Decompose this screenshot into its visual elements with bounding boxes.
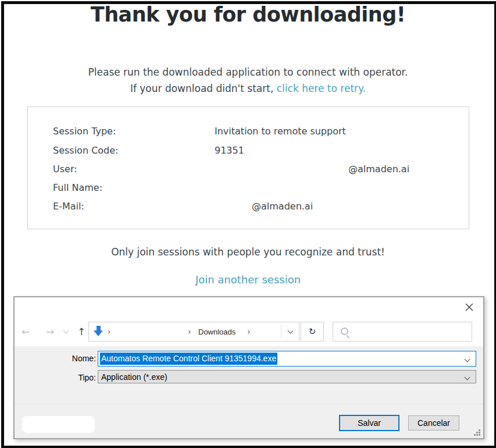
cancel-button[interactable]: Cancelar: [408, 415, 459, 431]
breadcrumb-chevron-icon: ›: [247, 322, 251, 341]
search-box[interactable]: [333, 322, 472, 342]
session-row-value: @almaden.ai: [252, 201, 313, 212]
session-details-box: Session Type: Invitation to remote suppo…: [27, 106, 469, 229]
chevron-down-icon[interactable]: [465, 374, 470, 380]
save-file-dialog: ← → ↑ › › Downloads › ↻ Nome: Automatos …: [13, 296, 484, 439]
session-row-label: E-Mail:: [53, 201, 84, 212]
up-button[interactable]: ↑: [74, 322, 89, 342]
back-button[interactable]: ←: [18, 322, 33, 342]
session-row-code: Session Code: 91351: [28, 145, 469, 159]
breadcrumb-folder[interactable]: Downloads: [198, 322, 235, 341]
filetype-combobox[interactable]: Application (*.exe): [98, 370, 476, 383]
session-row-type: Session Type: Invitation to remote suppo…: [28, 126, 469, 140]
recent-locations-button[interactable]: [61, 322, 70, 342]
page-title: Thank you for downloading!: [0, 3, 496, 26]
refresh-button[interactable]: ↻: [301, 322, 324, 342]
intro-line-2: If your download didn't start, click her…: [0, 83, 496, 94]
session-row-value: Invitation to remote support: [215, 126, 346, 137]
session-row-label: User:: [53, 163, 77, 175]
refresh-icon: ↻: [309, 326, 316, 337]
session-row-value: @almaden.ai: [348, 163, 409, 175]
session-row-email: E-Mail: @almaden.ai: [28, 201, 469, 215]
filetype-label: Tipo:: [44, 373, 96, 382]
forward-icon: →: [46, 326, 54, 337]
chevron-down-icon: [63, 328, 69, 334]
session-row-fullname: Full Name:: [28, 182, 469, 196]
intro-line-1: Please run the downloaded application to…: [0, 66, 496, 78]
session-row-user: User: @almaden.ai: [28, 163, 469, 177]
filename-label: Nome:: [44, 354, 96, 363]
redacted-area: [22, 416, 95, 433]
back-icon: ←: [22, 326, 30, 337]
footer-separator: [15, 404, 483, 404]
session-row-label: Session Type:: [53, 126, 116, 137]
close-button[interactable]: [460, 299, 479, 315]
intro-line-2-text: If your download didn't start,: [130, 83, 277, 94]
breadcrumb-chevron-icon: ›: [188, 322, 191, 341]
join-another-session-link[interactable]: Join another session: [0, 273, 496, 286]
filename-combobox[interactable]: Automatos Remote Control Client 91351994…: [98, 351, 476, 367]
filetype-value: Application (*.exe): [101, 372, 167, 382]
chevron-down-icon: [287, 328, 293, 334]
session-row-label: Full Name:: [53, 182, 102, 193]
session-row-label: Session Code:: [53, 145, 118, 156]
retry-link[interactable]: click here to retry.: [277, 83, 366, 94]
filename-value[interactable]: Automatos Remote Control Client 91351994…: [100, 353, 277, 365]
breadcrumb-chevron-icon: ›: [108, 322, 111, 341]
session-row-value: 91351: [215, 145, 244, 156]
search-input[interactable]: [352, 323, 470, 340]
close-icon: [465, 303, 473, 311]
search-icon: [341, 328, 348, 335]
forward-button[interactable]: →: [42, 322, 58, 342]
save-button[interactable]: Salvar: [339, 415, 399, 431]
resize-grip[interactable]: [473, 429, 481, 437]
address-dropdown-button[interactable]: [281, 322, 299, 341]
trust-warning: Only join sessions with people you recog…: [0, 246, 496, 258]
chevron-down-icon[interactable]: [465, 356, 470, 362]
address-bar[interactable]: › › Downloads ›: [88, 322, 299, 342]
up-icon: ↑: [77, 326, 85, 337]
downloads-folder-icon: [94, 325, 104, 338]
page: Thank you for downloading! Please run th…: [0, 0, 496, 448]
